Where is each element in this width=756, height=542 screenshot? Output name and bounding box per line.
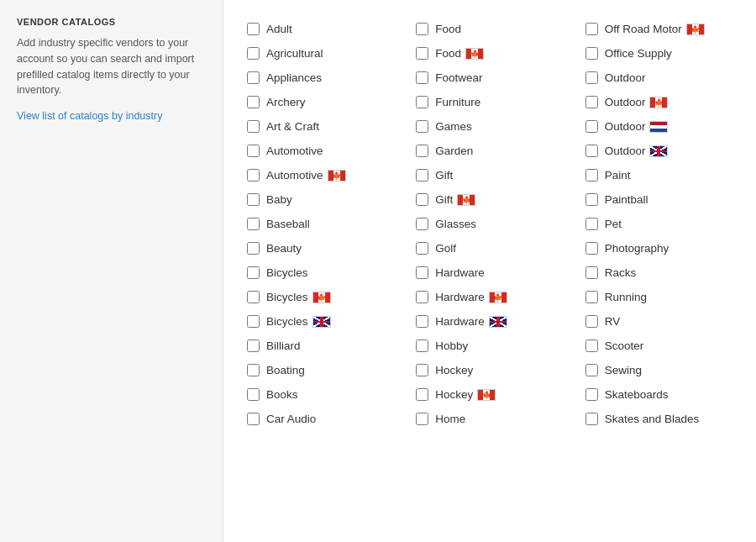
flag-ca-icon <box>477 389 496 401</box>
catalog-checkbox-games[interactable] <box>416 120 428 133</box>
catalog-item: Hobby <box>409 334 578 358</box>
catalog-checkbox-footwear[interactable] <box>416 71 428 84</box>
catalog-label-beauty: Beauty <box>266 242 302 255</box>
catalog-checkbox-beauty[interactable] <box>247 242 260 255</box>
catalog-checkbox-rv[interactable] <box>585 315 598 328</box>
catalog-checkbox-glasses[interactable] <box>416 218 428 230</box>
catalog-label-boating: Boating <box>266 364 305 376</box>
catalog-checkbox-boating[interactable] <box>247 364 260 376</box>
catalog-checkbox-gift[interactable] <box>416 169 428 182</box>
catalog-item: Outdoor <box>579 66 748 90</box>
catalog-label-garden: Garden <box>435 145 473 157</box>
catalog-checkbox-outdoor-ca[interactable] <box>585 96 598 108</box>
catalog-item: Pet <box>579 212 748 236</box>
catalog-checkbox-automotive[interactable] <box>247 145 260 157</box>
catalog-label-food-ca: Food <box>435 47 484 60</box>
catalog-checkbox-running[interactable] <box>585 291 598 303</box>
catalog-label-bicycles-gb: Bicycles <box>266 315 331 328</box>
flag-ca-icon <box>312 292 331 303</box>
catalog-item: Gift <box>409 163 578 187</box>
catalog-checkbox-hardware[interactable] <box>416 266 428 279</box>
page-container: VENDOR CATALOGS Add industry specific ve… <box>0 0 756 542</box>
catalog-checkbox-off-road-motor[interactable] <box>585 23 598 35</box>
catalog-checkbox-garden[interactable] <box>416 145 428 157</box>
catalog-label-automotive: Automotive <box>266 145 323 157</box>
catalog-checkbox-hockey-ca[interactable] <box>416 388 428 401</box>
catalog-label-agricultural: Agricultural <box>266 47 323 60</box>
catalog-checkbox-bicycles[interactable] <box>247 266 260 279</box>
catalog-checkbox-hardware-ca[interactable] <box>416 291 428 303</box>
catalog-item: Food <box>409 41 578 66</box>
catalog-checkbox-racks[interactable] <box>585 266 598 279</box>
catalog-checkbox-books[interactable] <box>247 388 260 401</box>
catalog-checkbox-outdoor-gb[interactable] <box>585 145 598 157</box>
catalog-checkbox-car-audio[interactable] <box>247 413 260 425</box>
catalog-checkbox-furniture[interactable] <box>416 96 428 108</box>
catalog-label-art-craft: Art & Craft <box>266 120 319 133</box>
catalog-checkbox-skates-blades[interactable] <box>585 413 598 425</box>
catalog-label-pet: Pet <box>605 218 622 230</box>
catalog-checkbox-hockey[interactable] <box>416 364 428 376</box>
catalog-item: RV <box>579 309 748 334</box>
catalog-item: Billiard <box>240 334 409 358</box>
catalog-checkbox-office-supply[interactable] <box>585 47 598 60</box>
catalog-checkbox-outdoor[interactable] <box>585 71 598 84</box>
catalog-checkbox-baby[interactable] <box>247 193 260 206</box>
catalog-checkbox-automotive-ca[interactable] <box>247 169 260 182</box>
catalog-item: Baby <box>240 187 409 212</box>
catalog-checkbox-pet[interactable] <box>585 218 598 230</box>
catalog-label-hardware-gb: Hardware <box>435 315 507 328</box>
catalog-checkbox-gift-ca[interactable] <box>416 193 428 206</box>
flag-gb-icon <box>489 316 507 328</box>
catalog-checkbox-bicycles-gb[interactable] <box>247 315 260 328</box>
catalog-checkbox-home[interactable] <box>416 413 428 425</box>
catalog-item: Baseball <box>240 212 409 236</box>
catalog-checkbox-photography[interactable] <box>585 242 598 255</box>
catalog-checkbox-archery[interactable] <box>247 96 260 108</box>
catalog-checkbox-paintball[interactable] <box>585 193 598 206</box>
flag-ca-icon <box>489 292 507 303</box>
catalog-item: Agricultural <box>240 41 409 66</box>
catalog-item: Outdoor <box>579 114 748 139</box>
view-catalogs-link[interactable]: View list of catalogs by industry <box>17 110 162 122</box>
catalog-item: Scooter <box>579 334 748 358</box>
catalog-item: Photography <box>579 236 748 260</box>
catalog-checkbox-hardware-gb[interactable] <box>416 315 428 328</box>
catalog-item: Automotive <box>240 139 409 163</box>
catalog-checkbox-skateboards[interactable] <box>585 388 598 401</box>
catalog-checkbox-adult[interactable] <box>247 23 260 35</box>
catalog-label-office-supply: Office Supply <box>605 47 672 60</box>
catalog-checkbox-art-craft[interactable] <box>247 120 260 133</box>
catalog-checkbox-sewing[interactable] <box>585 364 598 376</box>
flag-ca-icon <box>649 97 668 108</box>
catalog-label-skates-blades: Skates and Blades <box>605 413 700 425</box>
catalog-checkbox-appliances[interactable] <box>247 71 260 84</box>
catalog-checkbox-scooter[interactable] <box>585 339 598 352</box>
catalog-label-hockey-ca: Hockey <box>435 388 496 401</box>
catalog-item: Car Audio <box>240 407 409 431</box>
catalog-label-hardware-ca: Hardware <box>435 291 507 303</box>
flag-nl-icon <box>649 121 668 133</box>
catalog-label-food: Food <box>435 23 461 35</box>
catalog-item: Running <box>579 285 748 309</box>
catalog-item: Books <box>240 382 409 407</box>
catalog-label-running: Running <box>605 291 647 303</box>
flag-ca-icon <box>457 194 475 206</box>
sidebar-title: VENDOR CATALOGS <box>17 17 206 27</box>
catalog-checkbox-food-ca[interactable] <box>416 47 428 60</box>
catalog-item: Outdoor <box>579 139 748 163</box>
catalog-checkbox-outdoor-nl[interactable] <box>585 120 598 133</box>
catalog-checkbox-food[interactable] <box>416 23 428 35</box>
sidebar: VENDOR CATALOGS Add industry specific ve… <box>0 0 223 542</box>
catalog-checkbox-golf[interactable] <box>416 242 428 255</box>
catalog-checkbox-baseball[interactable] <box>247 218 260 230</box>
catalog-item: Garden <box>409 139 578 163</box>
catalog-label-scooter: Scooter <box>605 339 644 352</box>
catalog-checkbox-paint[interactable] <box>585 169 598 182</box>
catalog-item: Bicycles <box>240 285 409 309</box>
catalog-checkbox-bicycles-ca[interactable] <box>247 291 260 303</box>
catalog-checkbox-billiard[interactable] <box>247 339 260 352</box>
catalog-label-footwear: Footwear <box>435 71 482 84</box>
catalog-checkbox-hobby[interactable] <box>416 339 428 352</box>
catalog-checkbox-agricultural[interactable] <box>247 47 260 60</box>
